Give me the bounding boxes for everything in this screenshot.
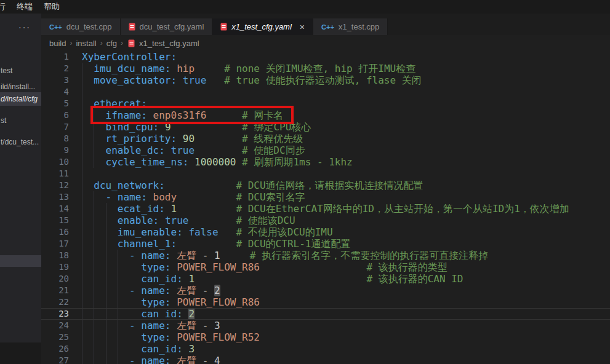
code-line-text[interactable]: type: POWER_FLOW_R86	[69, 296, 610, 308]
code-line[interactable]: 22 type: POWER_FLOW_R86	[41, 296, 610, 308]
code-line[interactable]: 13 - name: body # DCU索引名字	[41, 191, 610, 203]
line-number[interactable]: 10	[41, 156, 69, 168]
code-line[interactable]: 7 bind_cpu: 9 # 绑定CPU核心	[41, 121, 610, 133]
code-line[interactable]: 2 imu_dcu_name: hip # none 关闭IMU检查, hip …	[41, 63, 610, 74]
code-line-text[interactable]: type: POWER_FLOW_R52	[69, 331, 610, 343]
line-number[interactable]: 20	[41, 273, 69, 285]
sidebar-item[interactable]: st	[0, 114, 41, 127]
sidebar-item[interactable]: d/install/cfg	[0, 92, 41, 106]
more-actions-icon[interactable]: ···	[18, 22, 31, 32]
menu-item-0[interactable]: 行	[0, 0, 11, 14]
code-line-text[interactable]: - name: 左臂 - 3	[69, 320, 610, 331]
line-number[interactable]: 25	[41, 331, 69, 343]
code-line-text[interactable]: imu_dcu_name: hip # none 关闭IMU检查, hip 打开…	[69, 63, 610, 74]
code-line[interactable]: 25 type: POWER_FLOW_R52	[41, 331, 610, 343]
tab-x1_test_cfg.yaml[interactable]: x1_test_cfg.yaml×	[212, 18, 313, 35]
code-line-text[interactable]: type: POWER_FLOW_R86 # 该执行器的类型	[69, 261, 610, 273]
line-number[interactable]: 11	[41, 168, 69, 180]
line-number[interactable]: 19	[41, 261, 69, 273]
line-number[interactable]: 14	[41, 203, 69, 215]
breadcrumb-file[interactable]: x1_test_cfg.yaml	[139, 39, 199, 48]
code-line[interactable]: 12 dcu_network: # DCU通信网络，请根据实机连接情况配置	[41, 180, 610, 191]
code-line-text[interactable]: rt_priority: 90 # 线程优先级	[69, 133, 610, 144]
menu-item-2[interactable]: 帮助	[38, 0, 65, 14]
code-line-text[interactable]: - name: 左臂 - 1 # 执行器索引名字，不需要控制的执行器可直接注释掉	[69, 250, 610, 261]
line-number[interactable]: 16	[41, 226, 69, 238]
code-line[interactable]: 23 can_id: 2	[41, 308, 610, 320]
code-line-text[interactable]: ethercat:	[69, 98, 610, 109]
code-line[interactable]: 21 - name: 左臂 - 2	[41, 285, 610, 296]
code-line-text[interactable]: ifname: enp0s31f6 # 网卡名	[69, 109, 610, 121]
line-number[interactable]: 7	[41, 121, 69, 133]
code-line[interactable]: 11	[41, 168, 610, 180]
code-line-text[interactable]: enable_dc: true # 使能DC同步	[69, 144, 610, 156]
code-line[interactable]: 18 - name: 左臂 - 1 # 执行器索引名字，不需要控制的执行器可直接…	[41, 250, 610, 261]
line-number[interactable]: 26	[41, 343, 69, 355]
code-line[interactable]: 26 can_id: 3	[41, 343, 610, 355]
line-number[interactable]: 5	[41, 98, 69, 109]
code-line[interactable]: 6 ifname: enp0s31f6 # 网卡名	[41, 109, 610, 121]
code-line[interactable]: 17 channel_1: # DCU的CTRL-1通道配置	[41, 238, 610, 250]
code-line[interactable]: 9 enable_dc: true # 使能DC同步	[41, 144, 610, 156]
code-line[interactable]: 5 ethercat:	[41, 98, 610, 109]
breadcrumb-segment[interactable]: cfg	[106, 39, 117, 48]
breadcrumb-segment[interactable]: install	[76, 39, 96, 48]
code-line-text[interactable]: bind_cpu: 9 # 绑定CPU核心	[69, 121, 610, 133]
line-number[interactable]: 9	[41, 144, 69, 156]
code-line[interactable]: 1XyberController:	[41, 51, 610, 63]
sidebar-item[interactable]: ild/install...	[0, 80, 41, 93]
sidebar-item[interactable]: test	[0, 64, 41, 77]
code-line[interactable]: 27 - name: 左臂 - 4	[41, 355, 610, 364]
line-number[interactable]: 1	[41, 51, 69, 63]
tab-dcu_test.cpp[interactable]: C++dcu_test.cpp	[41, 18, 121, 35]
code-line-text[interactable]: XyberController:	[69, 51, 610, 63]
tab-dcu_test_cfg.yaml[interactable]: dcu_test_cfg.yaml	[121, 18, 213, 35]
sidebar-item[interactable]: t/dcu_test...	[0, 135, 41, 149]
code-line-text[interactable]: - name: 左臂 - 2	[69, 285, 610, 296]
code-line-text[interactable]: - name: body # DCU索引名字	[69, 191, 610, 203]
code-line[interactable]: 4	[41, 86, 610, 98]
line-number[interactable]: 4	[41, 86, 69, 98]
code-line-text[interactable]: cycle_time_ns: 1000000 # 刷新周期1ms - 1khz	[69, 156, 610, 168]
line-number[interactable]: 17	[41, 238, 69, 250]
line-number[interactable]: 21	[41, 285, 69, 296]
editor-code-area[interactable]: 1XyberController:2 imu_dcu_name: hip # n…	[41, 51, 610, 364]
line-number[interactable]: 8	[41, 133, 69, 144]
code-line[interactable]: 10 cycle_time_ns: 1000000 # 刷新周期1ms - 1k…	[41, 156, 610, 168]
line-number[interactable]: 15	[41, 215, 69, 226]
line-number[interactable]: 24	[41, 320, 69, 331]
line-number[interactable]: 22	[41, 296, 69, 308]
code-line-text[interactable]: enable: true # 使能该DCU	[69, 215, 610, 226]
line-number[interactable]: 12	[41, 180, 69, 191]
code-line[interactable]: 24 - name: 左臂 - 3	[41, 320, 610, 331]
code-line-text[interactable]: ecat_id: 1 # DCU在EtherCAT网络中的ID，从主站开始，第一…	[69, 203, 610, 215]
line-number[interactable]: 13	[41, 191, 69, 203]
code-line[interactable]: 8 rt_priority: 90 # 线程优先级	[41, 133, 610, 144]
line-number[interactable]: 18	[41, 250, 69, 261]
line-number[interactable]: 2	[41, 63, 69, 74]
code-line[interactable]: 14 ecat_id: 1 # DCU在EtherCAT网络中的ID，从主站开始…	[41, 203, 610, 215]
breadcrumb[interactable]: build›install›cfg›x1_test_cfg.yaml	[41, 35, 610, 51]
code-line[interactable]: 20 can_id: 1 # 该执行器的CAN ID	[41, 273, 610, 285]
line-number[interactable]: 6	[41, 109, 69, 121]
close-icon[interactable]: ×	[300, 22, 305, 32]
tab-x1_test.cpp[interactable]: C++x1_test.cpp	[313, 18, 388, 35]
code-line[interactable]: 16 imu_enable: false # 不使用该DCU的IMU	[41, 226, 610, 238]
breadcrumb-segment[interactable]: build	[49, 39, 66, 48]
menu-item-1[interactable]: 终端	[11, 0, 38, 14]
code-line-text[interactable]	[69, 86, 610, 98]
code-line[interactable]: 15 enable: true # 使能该DCU	[41, 215, 610, 226]
code-line-text[interactable]: can_id: 1 # 该执行器的CAN ID	[69, 273, 610, 285]
code-line[interactable]: 3 move_actuator: true # true 使能执行器运动测试, …	[41, 74, 610, 86]
code-line-text[interactable]: move_actuator: true # true 使能执行器运动测试, fl…	[69, 74, 610, 86]
code-line-text[interactable]: can_id: 2	[69, 309, 610, 319]
code-line-text[interactable]: channel_1: # DCU的CTRL-1通道配置	[69, 238, 610, 250]
code-line-text[interactable]: can_id: 3	[69, 343, 610, 355]
code-line-text[interactable]: imu_enable: false # 不使用该DCU的IMU	[69, 226, 610, 238]
line-number[interactable]: 3	[41, 74, 69, 86]
code-line-text[interactable]	[69, 168, 610, 180]
line-number[interactable]: 27	[41, 355, 69, 364]
code-line-text[interactable]: dcu_network: # DCU通信网络，请根据实机连接情况配置	[69, 180, 610, 191]
line-number[interactable]: 23	[41, 309, 69, 319]
code-line[interactable]: 19 type: POWER_FLOW_R86 # 该执行器的类型	[41, 261, 610, 273]
